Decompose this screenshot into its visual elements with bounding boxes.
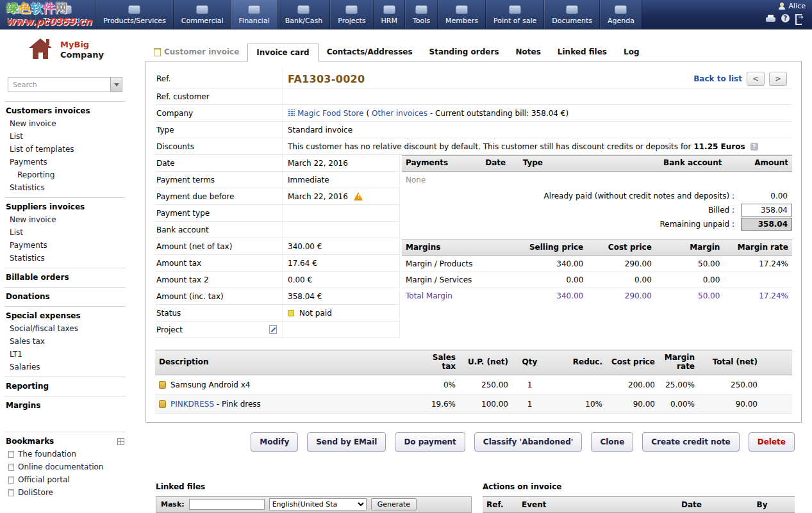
nav-tab-commercial[interactable]: Commercial <box>174 0 231 29</box>
bottom-panels: Linked files Mask: English(United Sta Ge… <box>156 482 795 513</box>
menu-suppliers-new-invoice[interactable]: New invoice <box>4 213 126 226</box>
menu-section-donations: Donations <box>4 287 126 306</box>
menu-suppliers-list[interactable]: List <box>4 226 126 239</box>
sales-tax-header: Sales tax <box>424 350 460 375</box>
tab-log[interactable]: Log <box>615 44 647 61</box>
third-parties-icon <box>60 5 72 14</box>
margin-products-row: Margin / Products 340.00 290.00 50.00 17… <box>402 256 792 272</box>
search-options-button[interactable] <box>111 77 122 92</box>
menu-customers-payments[interactable]: Payments <box>4 156 126 168</box>
bookmark-the-foundation[interactable]: The foundation <box>4 448 126 460</box>
delete-button[interactable]: Delete <box>749 432 795 452</box>
help-icon[interactable] <box>781 14 790 22</box>
nav-tab-documents[interactable]: Documents <box>544 0 600 29</box>
menu-sales-tax[interactable]: Sales tax <box>4 335 126 348</box>
bookmarks-icon[interactable] <box>117 438 124 445</box>
nav-tab-agenda[interactable]: Agenda <box>600 0 642 29</box>
menu-customers-list-of-templates[interactable]: List of templates <box>4 143 126 156</box>
nav-tab-tools[interactable]: Tools <box>405 0 438 29</box>
tab-invoice-card[interactable]: Invoice card <box>247 44 318 61</box>
edit-icon[interactable] <box>269 325 277 334</box>
next-button[interactable]: > <box>769 72 787 86</box>
bookmark-icon <box>8 476 14 484</box>
nav-tab-home[interactable]: Home <box>0 0 35 29</box>
linked-files-panel: Linked files Mask: English(United Sta Ge… <box>156 482 472 513</box>
menu-section-margins: Margins <box>4 396 126 415</box>
menu-title-billable-orders[interactable]: Billable orders <box>4 270 126 284</box>
sidebar: MyBig Company Customers invoices New inv… <box>0 29 130 513</box>
spacer-header <box>761 350 792 375</box>
company-logo-icon <box>26 38 54 61</box>
do-payment-button[interactable]: Do payment <box>395 432 465 452</box>
discount-help-icon[interactable] <box>750 143 758 151</box>
prev-button[interactable]: < <box>747 72 765 86</box>
nav-tab-projects[interactable]: Projects <box>330 0 373 29</box>
products-icon <box>128 5 140 14</box>
menu-section-reporting: Reporting <box>4 377 126 396</box>
printer-icon[interactable] <box>766 15 775 22</box>
nav-tab-financial[interactable]: Financial <box>231 0 278 29</box>
tab-customer-invoice: Customer invoice <box>145 44 247 61</box>
product-link[interactable]: PINKDRESS <box>170 400 214 409</box>
clone-button[interactable]: Clone <box>591 432 633 452</box>
send-by-email-button[interactable]: Send by EMail <box>307 432 386 452</box>
bookmark-dolistore[interactable]: DoliStore <box>4 486 126 499</box>
company-link[interactable]: Magic Food Store <box>297 109 363 118</box>
tab-contacts-addresses[interactable]: Contacts/Addresses <box>319 44 421 61</box>
nav-tab-bank-cash[interactable]: Bank/Cash <box>278 0 330 29</box>
documents-icon <box>566 5 578 14</box>
classify-abandoned-button[interactable]: Classify 'Abandoned' <box>474 432 583 452</box>
nav-tab-third-parties[interactable]: Third parties <box>35 0 95 29</box>
user-menu[interactable]: Alice <box>778 2 806 10</box>
mask-input[interactable] <box>189 499 265 510</box>
menu-title-reporting[interactable]: Reporting <box>4 379 126 393</box>
payments-empty-row: None <box>402 171 792 188</box>
menu-customers-statistics[interactable]: Statistics <box>4 181 126 194</box>
tab-linked-files[interactable]: Linked files <box>549 44 615 61</box>
invoice-icon <box>154 48 161 56</box>
actions-date-header: Date <box>650 500 733 509</box>
other-invoices-link[interactable]: Other invoices <box>372 109 427 118</box>
line-description: Samsung Android x4 <box>170 380 251 389</box>
menu-customers-payments-reporting[interactable]: Reporting <box>4 168 126 181</box>
menu-suppliers-payments[interactable]: Payments <box>4 239 126 252</box>
product-icon <box>159 381 166 389</box>
project-value <box>283 323 399 336</box>
menu-customers-new-invoice[interactable]: New invoice <box>4 117 126 130</box>
bookmark-online-documentation[interactable]: Online documentation <box>4 460 126 473</box>
menu-suppliers-statistics[interactable]: Statistics <box>4 252 126 265</box>
cost-price-header: Cost price <box>587 240 656 256</box>
company-logo: MyBig Company <box>0 29 130 67</box>
nav-tab-members[interactable]: Members <box>438 0 486 29</box>
generate-button[interactable]: Generate <box>371 498 417 510</box>
search-input[interactable] <box>8 77 111 92</box>
menu-lt1[interactable]: LT1 <box>4 348 126 361</box>
menu-title-margins[interactable]: Margins <box>4 398 126 412</box>
discounts-amount: 11.25 Euros <box>693 142 745 151</box>
menu-social-fiscal-taxes[interactable]: Social/fiscal taxes <box>4 322 126 335</box>
menu-salaries[interactable]: Salaries <box>4 361 126 373</box>
outstanding-bill-text: - Current outstanding bill: 358.04 €) <box>430 109 568 118</box>
bookmark-official-portal[interactable]: Official portal <box>4 473 126 486</box>
margin-rate-header: Margin rate <box>724 240 792 256</box>
create-credit-note-button[interactable]: Create credit note <box>642 432 739 452</box>
agenda-icon <box>615 5 627 14</box>
doc-model-select[interactable]: English(United Sta <box>269 498 367 510</box>
date-value: March 22, 2016 <box>283 157 399 170</box>
line-row: Samsung Android x4 0% 250.00 1 200.00 25… <box>155 375 792 394</box>
modify-button[interactable]: Modify <box>251 432 298 452</box>
payment-terms-label: Payment terms <box>155 172 283 188</box>
menu-title-donations[interactable]: Donations <box>4 289 126 303</box>
logout-icon[interactable] <box>795 14 804 22</box>
nav-tab-hrm[interactable]: HRM <box>374 0 405 29</box>
menu-customers-list[interactable]: List <box>4 130 126 143</box>
amount-inc-label: Amount (inc. tax) <box>155 288 283 304</box>
mask-label: Mask: <box>161 500 185 509</box>
nav-tab-products-services[interactable]: Products/Services <box>95 0 174 29</box>
nav-tab-point-of-sale[interactable]: Point of sale <box>486 0 544 29</box>
back-to-list-link[interactable]: Back to list <box>693 74 742 83</box>
pos-icon <box>509 5 521 14</box>
tab-notes[interactable]: Notes <box>508 44 549 61</box>
tab-standing-orders[interactable]: Standing orders <box>421 44 508 61</box>
reduction-header: Reduc. <box>547 350 606 375</box>
